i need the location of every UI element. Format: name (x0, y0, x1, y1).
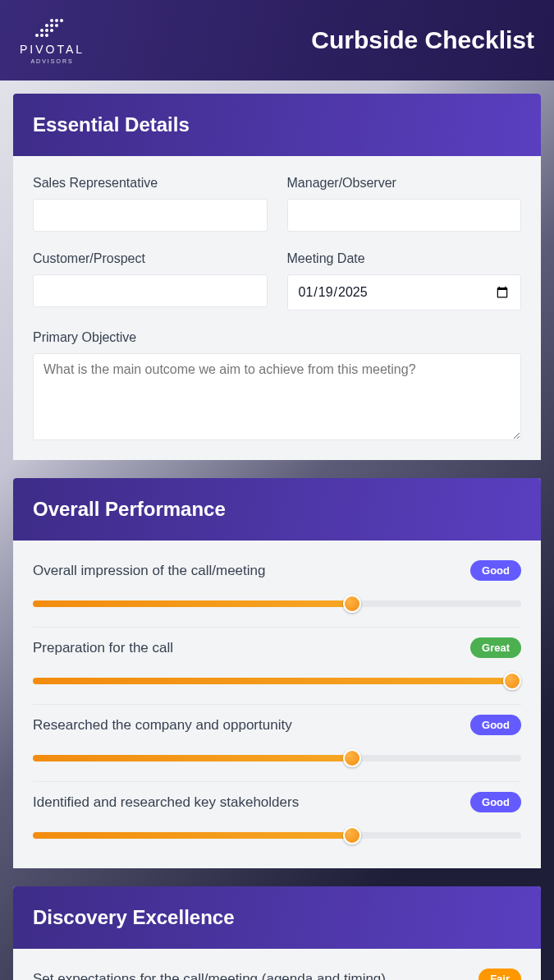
essential-details-body: Sales Representative Manager/Observer Cu… (13, 156, 541, 460)
rating-head: Overall impression of the call/meetingGo… (33, 560, 521, 581)
discovery-excellence-card: Discovery Excellence Set expectations fo… (13, 886, 541, 980)
svg-point-4 (45, 29, 48, 32)
rating-item: Researched the company and opportunityGo… (33, 704, 521, 766)
objective-textarea[interactable] (33, 353, 521, 440)
svg-point-5 (50, 29, 53, 32)
customer-label: Customer/Prospect (33, 251, 268, 266)
rating-badge: Good (470, 560, 521, 581)
rating-badge: Great (470, 637, 521, 658)
brand-subtitle: ADVISORS (30, 58, 73, 64)
rating-head: Preparation for the callGreat (33, 637, 521, 658)
rating-item: Set expectations for the call/meeting (a… (33, 968, 521, 980)
rating-label: Researched the company and opportunity (33, 717, 292, 734)
rating-slider[interactable] (33, 832, 521, 839)
manager-input[interactable] (287, 199, 522, 232)
rating-slider-wrap (33, 673, 521, 689)
rating-label: Preparation for the call (33, 640, 173, 656)
svg-point-8 (55, 24, 58, 27)
rating-slider-wrap (33, 596, 521, 612)
rating-head: Researched the company and opportunityGo… (33, 715, 521, 735)
svg-point-11 (60, 19, 63, 22)
pivotal-logo-icon (30, 17, 75, 40)
rating-label: Overall impression of the call/meeting (33, 563, 265, 579)
svg-point-2 (45, 34, 48, 37)
brand-name: PIVOTAL (20, 43, 85, 56)
discovery-excellence-body: Set expectations for the call/meeting (a… (13, 949, 541, 980)
svg-point-9 (50, 19, 53, 22)
rating-item: Preparation for the callGreat (33, 627, 521, 689)
overall-performance-card: Overall Performance Overall impression o… (13, 478, 541, 868)
essential-details-header: Essential Details (13, 94, 541, 156)
essential-details-card: Essential Details Sales Representative M… (13, 94, 541, 460)
svg-point-10 (55, 19, 58, 22)
rating-badge: Good (470, 792, 521, 812)
customer-input[interactable] (33, 274, 268, 307)
rating-item: Overall impression of the call/meetingGo… (33, 560, 521, 612)
rating-head: Set expectations for the call/meeting (a… (33, 968, 521, 980)
rating-slider-wrap (33, 750, 521, 766)
svg-point-6 (45, 24, 48, 27)
svg-point-3 (40, 29, 43, 32)
svg-point-0 (35, 34, 39, 37)
meeting-date-label: Meeting Date (287, 251, 522, 266)
rating-slider[interactable] (33, 678, 521, 684)
rating-slider[interactable] (33, 755, 521, 761)
sales-rep-label: Sales Representative (33, 176, 268, 191)
overall-performance-header: Overall Performance (13, 478, 541, 541)
rating-badge: Good (470, 715, 521, 735)
overall-performance-body: Overall impression of the call/meetingGo… (13, 541, 541, 868)
manager-label: Manager/Observer (287, 176, 522, 191)
rating-label: Set expectations for the call/meeting (a… (33, 971, 386, 981)
svg-point-1 (40, 34, 43, 37)
discovery-excellence-header: Discovery Excellence (13, 886, 541, 949)
objective-label: Primary Objective (33, 330, 521, 345)
rating-badge: Fair (478, 968, 521, 980)
brand-logo: PIVOTAL ADVISORS (20, 17, 85, 64)
meeting-date-input[interactable] (287, 274, 522, 311)
page-title: Curbside Checklist (311, 26, 534, 54)
rating-slider[interactable] (33, 600, 521, 607)
rating-label: Identified and researched key stakeholde… (33, 794, 299, 811)
rating-slider-wrap (33, 827, 521, 844)
rating-head: Identified and researched key stakeholde… (33, 792, 521, 812)
main-container: Essential Details Sales Representative M… (13, 94, 541, 980)
app-header: PIVOTAL ADVISORS Curbside Checklist (0, 0, 554, 81)
svg-point-7 (50, 24, 53, 27)
sales-rep-input[interactable] (33, 199, 268, 232)
rating-item: Identified and researched key stakeholde… (33, 781, 521, 844)
